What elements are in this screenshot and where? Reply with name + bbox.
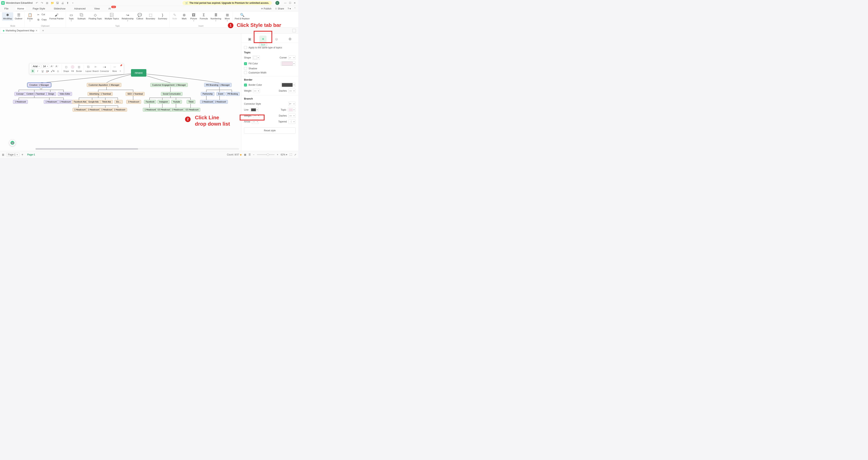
node-tiktok[interactable]: Tiktok <box>187 100 195 104</box>
print-icon[interactable]: 🖨 <box>61 1 64 4</box>
maximize-button[interactable]: ☐ <box>288 1 292 5</box>
node-seo-hc[interactable]: 3 Headcount <box>126 100 141 104</box>
panel-tab-icon[interactable]: ☺ <box>273 35 280 43</box>
layout-tool[interactable]: ⿻ <box>86 64 91 70</box>
copy-button[interactable]: ⧉Copy <box>35 18 48 22</box>
node-ads-hc1[interactable]: 1 Headcount <box>86 108 101 112</box>
floating-topic-button[interactable]: ◇Floating Topic <box>87 12 103 21</box>
export-icon[interactable]: ⬆ <box>66 1 69 4</box>
relationship-button[interactable]: ↝Relationship▾ <box>121 12 135 23</box>
zoom-in-button[interactable]: + <box>277 153 278 156</box>
add-tab-button[interactable]: + <box>41 28 45 33</box>
menu-slideshow[interactable]: Slideshow <box>52 6 67 11</box>
zoom-level[interactable]: 62% ▾ <box>281 153 287 156</box>
node-customer-acquisition[interactable]: Customer Aquisition: 1 Manager <box>87 83 121 87</box>
node-ads-hc0[interactable]: 1 Headcount <box>72 108 87 112</box>
node-pr-booking[interactable]: PR Booking <box>226 92 240 96</box>
document-tab[interactable]: ◆ Marketing Department Map ✕ <box>1 28 39 33</box>
new-icon[interactable]: ⊞ <box>45 1 49 4</box>
subtopic-button[interactable]: ⿻Subtopic <box>76 12 87 21</box>
root-node[interactable]: rtment <box>131 69 146 77</box>
canvas[interactable]: 📌 Arial▾ 14▾ A⁺ A⁻ B I U A▾ 🖍▾ ◇ ▢Shape … <box>0 34 241 151</box>
add-child-button[interactable]: ⊖ <box>40 87 42 90</box>
find-replace-button[interactable]: 🔍Find & Replace <box>234 12 251 21</box>
ai-assistant-fab[interactable]: 🤖 <box>9 139 16 146</box>
node-customer-engagement[interactable]: Customer Engagement: 1 Manager <box>150 83 188 87</box>
node-ads-hc3[interactable]: 1 Headcount <box>112 108 127 112</box>
node-partnership[interactable]: Partnership <box>201 92 214 96</box>
cut-button[interactable]: ✂Cut <box>35 12 48 17</box>
border-color-checkbox[interactable]: ✓Border Color ▾ <box>244 83 296 87</box>
grow-font-button[interactable]: A⁺ <box>50 64 54 68</box>
format-painter-button[interactable]: 🖌Format Painter <box>48 12 65 21</box>
open-icon[interactable]: 📁 <box>51 1 54 4</box>
menu-view[interactable]: View <box>93 6 101 11</box>
font-size-select[interactable]: 14▾ <box>42 64 49 68</box>
node-facebook[interactable]: Facebook <box>144 100 156 104</box>
node-concept[interactable]: Concept <box>14 92 25 96</box>
branch-topic-color-dropdown[interactable]: ▾ <box>288 108 296 112</box>
node-advertising[interactable]: Advertising : 1 Teamlead <box>88 92 113 96</box>
connector-style-dropdown[interactable]: ⊢▾ <box>288 102 296 106</box>
node-creative-hc1[interactable]: 1 Headcount <box>44 100 59 104</box>
mark-button[interactable]: ⊚Mark <box>180 12 189 21</box>
page-select[interactable]: Page-1▾ <box>6 153 20 156</box>
italic-button[interactable]: I <box>35 69 40 73</box>
more-tool[interactable]: ⋯ <box>113 64 117 70</box>
mindmap-mode-button[interactable]: ✱MindMap <box>2 12 13 21</box>
node-social-hc1[interactable]: 0.5 Headcount <box>156 108 172 112</box>
node-instagram[interactable]: Instagram <box>157 100 169 104</box>
menu-home[interactable]: Home <box>16 6 26 11</box>
undo-icon[interactable]: ↶ <box>35 1 38 4</box>
highlight-button[interactable]: 🖍▾ <box>50 69 55 73</box>
border-tool[interactable]: ◫ <box>77 64 81 70</box>
publish-button[interactable]: ✈Publish <box>261 7 272 10</box>
branch-dashes-dropdown[interactable]: —▾ <box>288 114 296 118</box>
note-button[interactable]: ✎Note <box>170 12 179 21</box>
node-google-ads[interactable]: Google Ads <box>87 100 100 104</box>
boundary-button[interactable]: ⬚Boundary <box>145 12 156 21</box>
clear-format-button[interactable]: ◇ <box>56 69 60 73</box>
node-youtube[interactable]: Youtube <box>171 100 182 104</box>
minimize-button[interactable]: — <box>283 1 288 5</box>
active-page-label[interactable]: Page-1 <box>25 153 37 156</box>
picture-button[interactable]: 🖼Picture▾ <box>189 12 198 23</box>
close-tab-button[interactable]: ✕ <box>35 29 37 32</box>
node-pr-hc0[interactable]: 1 Headcount <box>200 100 215 104</box>
menu-file[interactable]: File <box>3 6 10 11</box>
multiple-topics-button[interactable]: ⿳Multiple Topics <box>103 12 120 21</box>
panel-tab-layout[interactable]: ▣ <box>246 35 253 43</box>
more-insert-button[interactable]: ⊞More▾ <box>223 12 232 23</box>
font-select[interactable]: Arial▾ <box>31 64 41 68</box>
node-video-editor[interactable]: Video Editor <box>58 92 72 96</box>
panel-toggle-button[interactable] <box>292 29 296 32</box>
connector-tool[interactable]: ─● <box>102 64 107 70</box>
add-page-button[interactable]: + <box>22 153 23 156</box>
bold-button[interactable]: B <box>31 69 35 73</box>
horizontal-scrollbar[interactable] <box>35 148 239 151</box>
node-social-hc2[interactable]: 1 Headcount <box>170 108 185 112</box>
menu-page-style[interactable]: Page Style <box>31 6 47 11</box>
fit-button[interactable]: ⛶ <box>289 153 292 156</box>
ai-sparkle-button[interactable]: ✦ <box>118 69 123 73</box>
node-pr-branding[interactable]: PR Branding: 1 Manager <box>204 83 231 87</box>
help-button[interactable]: ? ▾ <box>288 7 291 10</box>
border-dashes-dropdown[interactable]: —▾ <box>288 89 296 93</box>
menu-ai[interactable]: AIHot <box>107 6 113 11</box>
zoom-slider[interactable] <box>257 154 275 155</box>
node-social-hc3[interactable]: 0.5 Headcount <box>184 108 200 112</box>
reset-style-button[interactable]: Reset style <box>244 127 296 134</box>
trial-banner[interactable]: 🛒 The trial period has expired. Upgrade … <box>183 1 272 5</box>
node-social[interactable]: Social Comunication <box>161 92 183 96</box>
fill-color-dropdown[interactable]: ▾ <box>281 61 296 66</box>
underline-button[interactable]: U <box>40 69 45 73</box>
node-seo[interactable]: SEO: 1 Teamlead <box>126 92 145 96</box>
node-etc[interactable]: Etc… <box>115 100 123 104</box>
pages-icon[interactable]: ▥ <box>2 153 4 156</box>
customize-width-checkbox[interactable]: Customize Width <box>244 71 296 74</box>
node-social-hc0[interactable]: 1 Headcount <box>143 108 158 112</box>
node-event[interactable]: Event <box>216 92 225 96</box>
border-weight-dropdown[interactable]: —▾ <box>253 89 260 93</box>
close-button[interactable]: ✕ <box>292 1 297 5</box>
collapse-ribbon-button[interactable]: ˄ <box>294 7 296 10</box>
